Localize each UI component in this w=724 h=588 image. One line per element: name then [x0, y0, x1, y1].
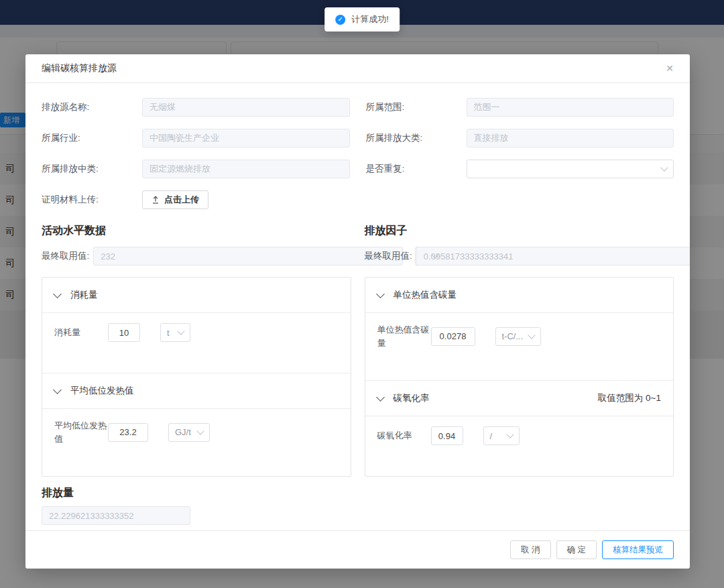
consumption-header-label: 消耗量 — [70, 289, 98, 301]
factor-title: 排放因子 — [365, 224, 674, 238]
upload-label: 证明材料上传: — [42, 194, 142, 206]
source-name-label: 排放源名称: — [42, 101, 142, 113]
heating-header-label: 平均低位发热值 — [70, 385, 134, 397]
oxidation-input[interactable] — [431, 426, 463, 445]
activity-final-input — [93, 247, 403, 266]
modal-title: 编辑碳核算排放源 — [42, 62, 117, 74]
consumption-input[interactable] — [108, 323, 140, 342]
oxidation-panel-header[interactable]: 碳氧化率 取值范围为 0~1 — [365, 381, 674, 416]
preview-result-button[interactable]: 核算结果预览 — [602, 540, 674, 559]
factor-final-input — [416, 247, 690, 266]
modal-body: 排放源名称: 所属范围: 所属行业: 所属排放大类: 所属排放中类: — [25, 83, 690, 530]
activity-final-label: 最终取用值: — [42, 250, 89, 262]
toast-message: 计算成功! — [351, 13, 389, 25]
scope-input — [467, 98, 674, 117]
upload-icon — [152, 196, 160, 204]
emission-title: 排放量 — [42, 486, 674, 500]
consumption-unit-value: t — [167, 328, 170, 338]
modal-header: 编辑碳核算排放源 ✕ — [25, 54, 690, 83]
carbon-unit-select[interactable]: t-C/... — [495, 327, 541, 346]
heating-label: 平均低位发热值 — [54, 419, 108, 445]
emission-section: 排放量 — [42, 486, 674, 525]
heating-panel-body: 平均低位发热值 GJ/t — [42, 409, 351, 476]
factor-final-label: 最终取用值: — [365, 250, 412, 262]
activity-collapse: 消耗量 消耗量 t 平均低位发热值 — [42, 277, 351, 477]
heating-input[interactable] — [108, 423, 148, 442]
chevron-down-icon — [53, 290, 62, 298]
heating-panel-header[interactable]: 平均低位发热值 — [42, 373, 351, 409]
upload-button[interactable]: 点击上传 — [142, 190, 208, 209]
field-scope: 所属范围: — [366, 98, 674, 117]
chevron-down-icon — [376, 393, 385, 402]
upload-button-label: 点击上传 — [164, 194, 199, 206]
category-major-input — [467, 129, 674, 148]
carbon-label: 单位热值含碳量 — [377, 323, 431, 349]
consumption-panel-header[interactable]: 消耗量 — [42, 278, 351, 313]
oxidation-unit-value: / — [490, 431, 493, 441]
industry-input — [142, 129, 350, 148]
consumption-label: 消耗量 — [54, 326, 108, 339]
activity-title: 活动水平数据 — [42, 224, 351, 238]
chevron-down-icon — [660, 164, 668, 171]
oxidation-panel-body: 碳氧化率 / — [365, 416, 674, 476]
close-icon[interactable]: ✕ — [666, 64, 674, 73]
scope-label: 所属范围: — [366, 101, 467, 113]
ok-button[interactable]: 确 定 — [556, 540, 597, 559]
cancel-button[interactable]: 取 消 — [510, 540, 550, 559]
chevron-down-icon — [376, 290, 385, 298]
chevron-down-icon — [506, 430, 514, 438]
oxidation-unit-select[interactable]: / — [483, 426, 520, 445]
category-major-label: 所属排放大类: — [366, 132, 467, 144]
field-category-major: 所属排放大类: — [366, 129, 674, 148]
factor-final-row: 最终取用值: tCO₂/GJ — [365, 247, 674, 266]
form-grid: 排放源名称: 所属范围: 所属行业: 所属排放大类: 所属排放中类: — [42, 98, 674, 209]
toast-success: ✓ 计算成功! — [324, 7, 400, 32]
oxidation-range-note: 取值范围为 0~1 — [598, 392, 661, 404]
emission-input — [42, 506, 190, 525]
check-circle-icon: ✓ — [335, 15, 345, 25]
activity-final-row: 最终取用值: GJ — [42, 247, 351, 266]
chevron-down-icon — [196, 427, 204, 434]
data-columns: 活动水平数据 最终取用值: GJ 消耗量 — [42, 224, 674, 477]
edit-emission-source-modal: 编辑碳核算排放源 ✕ 排放源名称: 所属范围: 所属行业: 所属 — [25, 54, 690, 569]
field-industry: 所属行业: — [42, 129, 350, 148]
industry-label: 所属行业: — [42, 132, 142, 144]
field-upload: 证明材料上传: 点击上传 — [42, 190, 350, 209]
field-category-mid: 所属排放中类: — [42, 160, 350, 178]
category-mid-label: 所属排放中类: — [42, 163, 142, 175]
carbon-panel-header[interactable]: 单位热值含碳量 — [365, 278, 674, 313]
carbon-input[interactable] — [431, 327, 475, 346]
carbon-header-label: 单位热值含碳量 — [394, 289, 457, 301]
factor-column: 排放因子 最终取用值: tCO₂/GJ 单位热值含碳量 — [365, 224, 674, 477]
duplicate-label: 是否重复: — [366, 163, 467, 175]
field-source-name: 排放源名称: — [42, 98, 350, 117]
carbon-unit-value: t-C/... — [502, 331, 524, 341]
modal-footer: 取 消 确 定 核算结果预览 — [25, 530, 690, 569]
oxidation-header-label: 碳氧化率 — [394, 392, 430, 404]
field-duplicate: 是否重复: — [366, 160, 674, 178]
factor-collapse: 单位热值含碳量 单位热值含碳量 t-C/... 碳氧化 — [365, 277, 674, 477]
heating-unit-value: GJ/t — [175, 427, 191, 437]
heating-unit-select[interactable]: GJ/t — [168, 423, 210, 442]
source-name-input — [142, 98, 350, 117]
activity-column: 活动水平数据 最终取用值: GJ 消耗量 — [42, 224, 351, 477]
consumption-panel-body: 消耗量 t — [42, 313, 351, 373]
chevron-down-icon — [528, 331, 535, 339]
duplicate-select[interactable] — [467, 160, 674, 178]
chevron-down-icon — [53, 386, 62, 394]
oxidation-label: 碳氧化率 — [377, 429, 431, 443]
consumption-unit-select[interactable]: t — [160, 323, 190, 342]
category-mid-input — [142, 160, 350, 178]
carbon-panel-body: 单位热值含碳量 t-C/... — [365, 313, 674, 381]
screen: 新增 司 司 司 司 司 ✓ 计算成功! 编辑碳核算排放源 ✕ 排放源名称: — [0, 0, 724, 588]
chevron-down-icon — [177, 327, 184, 335]
